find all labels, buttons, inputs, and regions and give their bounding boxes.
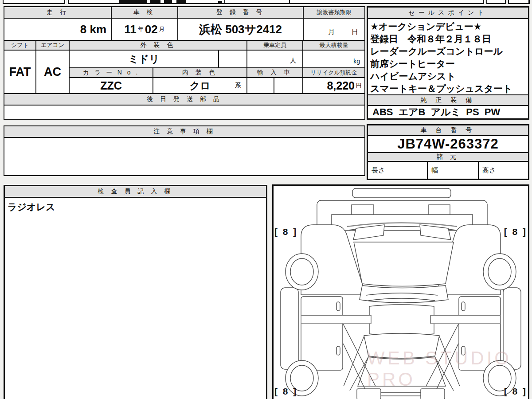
capacity-header: 乗車定員 bbox=[246, 40, 303, 51]
chassis-number-header: 車 台 番 号 bbox=[368, 125, 528, 136]
exterior-color-header: 外 装 色 bbox=[69, 40, 247, 51]
interior-color-suffix: 系 bbox=[235, 82, 241, 90]
tire-grade-front-right: [ 8 ] bbox=[504, 227, 527, 237]
registration-value: 浜松 503サ2412 bbox=[177, 18, 304, 41]
shift-header: シフト bbox=[4, 40, 36, 51]
height-cell: 高さ bbox=[478, 162, 528, 179]
chassis-number-value: JB74W-263372 bbox=[368, 136, 528, 152]
notes-content bbox=[4, 138, 364, 175]
tire-grade-front-left: [ 8 ] bbox=[274, 227, 297, 237]
height-label: 高さ bbox=[482, 166, 496, 175]
later-parts-header: 後 日 発 送 部 品 bbox=[4, 93, 365, 106]
max-load-value: kg bbox=[302, 50, 365, 68]
notes-header: 注 意 事 項 欄 bbox=[4, 126, 364, 138]
width-cell: 幅 bbox=[427, 162, 478, 179]
inspector-note: ラジオレス bbox=[5, 198, 266, 399]
inspection-year-unit: 年 bbox=[138, 25, 144, 33]
mileage-value: 8 km bbox=[4, 18, 112, 41]
inspection-header: 車 検 bbox=[111, 6, 178, 19]
mileage-header: 走 行 bbox=[4, 6, 112, 19]
aircon-value: AC bbox=[35, 50, 70, 94]
aircon-header: エアコン bbox=[35, 40, 70, 51]
inspection-month-unit: 月 bbox=[159, 25, 165, 33]
sales-point-line: スマートキー＆プッシュスタート bbox=[370, 82, 526, 95]
inspector-box: 検 査 員 記 入 欄 ラジオレス bbox=[4, 185, 267, 399]
transfer-docs-header: 譲渡書類期限 bbox=[303, 6, 365, 19]
transfer-month-label: 月 bbox=[328, 28, 335, 36]
length-label: 長さ bbox=[372, 166, 385, 175]
sales-point-line: レーダークルーズコントロール bbox=[370, 45, 526, 58]
inspection-value: 11 年 02 月 bbox=[111, 18, 178, 41]
interior-color-text: クロ bbox=[189, 79, 210, 93]
sales-point-line: 前席シートヒーター bbox=[370, 58, 526, 70]
car-top-view-diagram bbox=[274, 186, 528, 399]
sales-points-box: セールスポイント ★オークションデビュー★ 登録日 令和８年２月１８日 レーダー… bbox=[367, 6, 529, 120]
import-car-header: 輸 入 車 bbox=[246, 67, 303, 78]
notes-box: 注 意 事 項 欄 bbox=[4, 125, 365, 176]
tire-grade-rear-right: [ 8 ] bbox=[504, 386, 527, 397]
sales-points-header: セールスポイント bbox=[368, 8, 528, 19]
exterior-color-subcell bbox=[218, 50, 247, 68]
transfer-docs-value: 月 日 bbox=[303, 18, 365, 41]
recycle-amount: 8,220 bbox=[327, 79, 355, 92]
sales-point-line: 登録日 令和８年２月１８日 bbox=[370, 33, 526, 45]
sales-points-list: ★オークションデビュー★ 登録日 令和８年２月１８日 レーダークルーズコントロー… bbox=[368, 19, 528, 97]
recycle-deposit-header: リサイクル預託金 bbox=[302, 67, 365, 78]
inspection-month: 02 bbox=[145, 23, 158, 36]
import-car-cell-2 bbox=[274, 77, 303, 94]
interior-color-header: 内 装 色 bbox=[153, 67, 247, 78]
later-parts-value bbox=[4, 105, 365, 120]
color-no-header: カ ラ ー N o . bbox=[69, 67, 153, 78]
inspection-year: 11 bbox=[124, 23, 137, 36]
specs-header: 諸 元 bbox=[368, 152, 528, 162]
genuine-equipment-header: 純 正 装 備 bbox=[368, 94, 528, 106]
exterior-color-value: ミドリ bbox=[69, 50, 219, 68]
capacity-value: 人 bbox=[246, 50, 303, 68]
shift-value: FAT bbox=[4, 50, 36, 94]
color-no-value: ZZC bbox=[69, 77, 153, 94]
genuine-equipment-value: ABS エアB アルミ PS PW bbox=[368, 106, 528, 118]
recycle-deposit-value: 8,220 円 bbox=[302, 77, 365, 94]
specs-row: 長さ 幅 高さ bbox=[368, 162, 528, 179]
import-car-cell-1 bbox=[246, 77, 274, 94]
recycle-unit: 円 bbox=[356, 82, 362, 90]
sales-point-line: ★オークションデビュー★ bbox=[370, 20, 526, 33]
sales-point-line: ハイビームアシスト bbox=[370, 70, 526, 82]
max-load-header: 最大積載量 bbox=[302, 40, 365, 51]
interior-color-value: クロ 系 bbox=[153, 77, 247, 94]
car-diagram-box: [ 8 ] [ 8 ] [ 8 ] [ 8 ] bbox=[272, 184, 529, 399]
registration-header: 登 録 番 号 bbox=[177, 6, 304, 19]
width-label: 幅 bbox=[431, 166, 438, 175]
inspector-header: 検 査 員 記 入 欄 bbox=[5, 186, 266, 198]
chassis-box: 車 台 番 号 JB74W-263372 諸 元 長さ 幅 高さ bbox=[367, 124, 529, 180]
tire-grade-rear-left: [ 8 ] bbox=[274, 386, 297, 397]
transfer-day-label: 日 bbox=[352, 28, 358, 36]
auction-sheet: 走 行 車 検 登 録 番 号 譲渡書類期限 8 km 11 年 02 月 浜松… bbox=[0, 0, 532, 399]
length-cell: 長さ bbox=[368, 162, 427, 179]
